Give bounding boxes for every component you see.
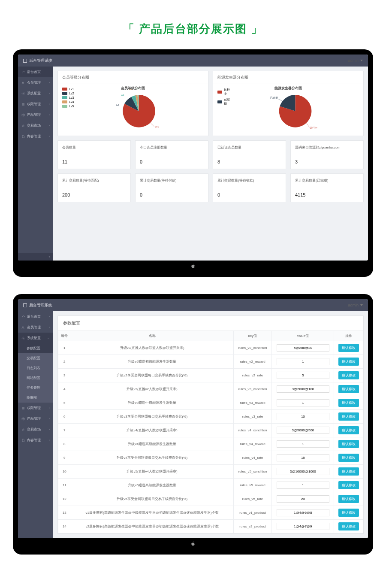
stat-value: 3: [295, 159, 359, 164]
confirm-button[interactable]: 确认修改: [338, 495, 359, 503]
sidebar-item-cog[interactable]: 系统配置›: [18, 88, 53, 99]
svg-line-11: [278, 99, 283, 101]
cube-icon: [21, 417, 25, 421]
value-input[interactable]: [277, 399, 329, 406]
sidebar-subitem[interactable]: 网站配置: [18, 373, 53, 383]
confirm-button[interactable]: 确认修改: [338, 440, 359, 448]
sidebar-item-cog[interactable]: 系统配置⌄: [18, 333, 53, 343]
cell-value: [272, 492, 334, 506]
chevron-icon: ›: [49, 326, 50, 329]
cell-name: v2最多拥有(高级能源发生器@中级能源发生器@初级能源发生器@迷你能源发生器)个…: [71, 520, 233, 533]
confirm-button[interactable]: 确认修改: [338, 481, 359, 489]
cell-action: 确认修改: [334, 410, 363, 424]
sidebar-item-file[interactable]: 内容管理›: [18, 131, 53, 142]
value-input[interactable]: [277, 468, 329, 475]
file-icon: [21, 135, 25, 138]
monitor-dashboard: 后台管理系统 admin 后台首页会员管理›系统配置›权限管理›产品管理›交易市…: [13, 49, 373, 277]
cell-value: [272, 396, 334, 410]
sidebar-item-exchange[interactable]: 交易市场›: [18, 120, 53, 131]
value-input[interactable]: [277, 372, 329, 379]
value-input[interactable]: [277, 413, 329, 420]
confirm-button[interactable]: 确认修改: [338, 454, 359, 462]
sidebar-collapse[interactable]: ‹: [18, 253, 53, 261]
cell-action: 确认修改: [334, 437, 363, 451]
value-input[interactable]: [277, 440, 329, 448]
cog-icon: [21, 92, 25, 95]
apple-logo-icon: [190, 541, 196, 547]
main-params: 参数配置 编号名称key值value值操作 1升级v2(直推人数@联盟人数@联盟…: [53, 311, 368, 538]
value-input[interactable]: [277, 523, 329, 530]
cell-key: rules_v3_condition: [233, 382, 272, 396]
cell-id: 3: [58, 369, 71, 382]
sidebar-item-file[interactable]: 内容管理›: [18, 435, 53, 446]
sidebar-subitem[interactable]: 轮播图: [18, 393, 53, 403]
confirm-button[interactable]: 确认修改: [338, 385, 359, 393]
confirm-button[interactable]: 确认修改: [338, 371, 359, 379]
list-icon: [21, 406, 25, 410]
confirm-button[interactable]: 确认修改: [338, 522, 359, 530]
chevron-right-icon: ›: [49, 81, 50, 84]
home-icon: [21, 70, 25, 74]
sidebar-item-list[interactable]: 权限管理›: [18, 403, 53, 413]
confirm-button[interactable]: 确认修改: [338, 509, 359, 517]
svg-text:已过期: 已过期: [270, 97, 278, 99]
cell-value: [272, 355, 334, 369]
user-name: admin: [348, 58, 359, 63]
svg-point-1: [23, 93, 24, 94]
cell-key: rules_v1_product: [233, 506, 272, 520]
params-panel: 参数配置 编号名称key值value值操作 1升级v2(直推人数@联盟人数@联盟…: [57, 315, 364, 534]
brand-text: 后台管理系统: [29, 303, 52, 308]
cell-id: 5: [58, 396, 71, 410]
legend-label: 已过期: [224, 97, 232, 106]
table-row: 3升级v2享受全网联盟每日交易手续费百分比(%)rules_v2_rate确认修…: [58, 369, 363, 382]
sidebar-subitem[interactable]: 任务管理: [18, 383, 53, 393]
user-menu[interactable]: admin: [348, 58, 363, 63]
user-menu[interactable]: admin: [348, 303, 363, 307]
table-header: 操作: [334, 331, 363, 341]
cell-id: 7: [58, 424, 71, 437]
cell-value: [272, 506, 334, 520]
confirm-button[interactable]: 确认修改: [338, 344, 359, 352]
chevron-right-icon: ›: [49, 124, 50, 127]
table-header: key值: [233, 331, 272, 341]
svg-text:运行中: 运行中: [310, 127, 318, 129]
value-input[interactable]: [277, 495, 329, 503]
table-row: 9升级v4享受全网联盟每日交易手续费百分比(%)rules_v4_rate确认修…: [58, 451, 363, 465]
sidebar-subitem[interactable]: 交易配置: [18, 353, 53, 363]
legend-swatch: [62, 96, 67, 99]
brand: 后台管理系统: [23, 58, 52, 64]
cell-id: 12: [58, 492, 71, 506]
value-input[interactable]: [277, 454, 329, 461]
confirm-button[interactable]: 确认修改: [338, 358, 359, 366]
confirm-button[interactable]: 确认修改: [338, 399, 359, 407]
users-icon: [21, 81, 25, 85]
chevron-icon: ›: [49, 315, 50, 318]
sidebar-subitem[interactable]: 参数配置: [18, 343, 53, 353]
stat-card: 累计交易数量(等待匹配)200: [57, 173, 131, 202]
value-input[interactable]: [277, 427, 329, 434]
cell-value: [272, 369, 334, 382]
chart-legend: 运行中已过期: [217, 88, 232, 132]
value-input[interactable]: [277, 385, 329, 393]
sidebar-item-cube[interactable]: 产品管理›: [18, 109, 53, 120]
confirm-button[interactable]: 确认修改: [338, 467, 359, 476]
stat-value: 8: [217, 159, 281, 164]
sidebar-item-home[interactable]: 后台首页›: [18, 311, 53, 322]
sidebar-item-list[interactable]: 权限管理›: [18, 99, 53, 109]
confirm-button[interactable]: 确认修改: [338, 412, 359, 421]
sidebar-item-home[interactable]: 后台首页: [18, 67, 53, 77]
value-input[interactable]: [277, 344, 329, 352]
value-input[interactable]: [277, 358, 329, 365]
sidebar-item-users[interactable]: 会员管理›: [18, 322, 53, 333]
svg-line-9: [307, 123, 310, 127]
value-input[interactable]: [277, 509, 329, 516]
svg-point-0: [22, 82, 24, 83]
sidebar-subitem[interactable]: 日志列表: [18, 363, 53, 373]
topbar: 后台管理系统 admin: [18, 299, 368, 311]
value-input[interactable]: [277, 482, 329, 489]
sidebar-item-exchange[interactable]: 交易市场›: [18, 424, 53, 435]
confirm-button[interactable]: 确认修改: [338, 426, 359, 434]
cell-value: [272, 451, 334, 465]
sidebar-item-cube[interactable]: 产品管理›: [18, 413, 53, 424]
sidebar-item-users[interactable]: 会员管理›: [18, 77, 53, 88]
